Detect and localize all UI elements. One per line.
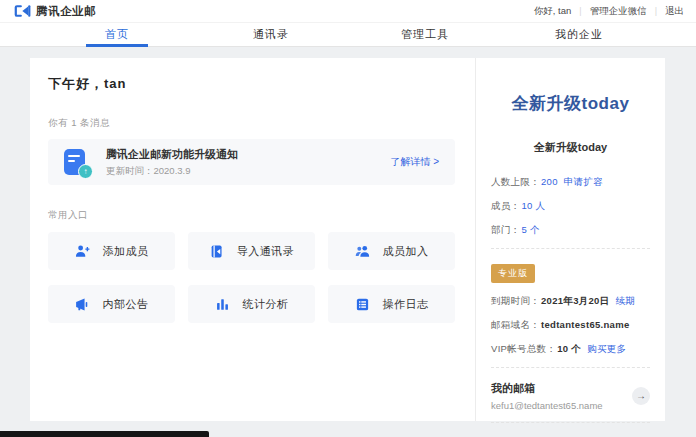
app-logo[interactable]: 腾讯企业邮 [14, 4, 96, 19]
separator: | [579, 6, 581, 16]
top-bar: 腾讯企业邮 你好, tan | 管理企业微信 | 退出 [0, 0, 696, 22]
member-limit-row: 人数上限：200申请扩容 [491, 176, 650, 189]
statistics-label: 统计分析 [243, 297, 289, 312]
plan-badge: 专业版 [491, 264, 535, 283]
member-join-button[interactable]: 成员加入 [328, 232, 455, 270]
tab-home-label: 首页 [105, 27, 129, 42]
stats-icon [215, 297, 230, 312]
upgrade-subtitle: 全新升级today [491, 140, 650, 155]
vip-count-row: VIP帐号总数：10 个购买更多 [491, 343, 650, 356]
mail-domain-value: tedtantest65.name [541, 319, 630, 330]
tab-contacts-label: 通讯录 [253, 27, 289, 42]
member-join-icon [355, 244, 370, 259]
operation-logs-label: 操作日志 [383, 297, 429, 312]
expiry-label: 到期时间： [491, 295, 540, 306]
quick-entries-label: 常用入口 [48, 209, 455, 222]
main-nav: 首页 通讯录 管理工具 我的企业 [0, 22, 696, 47]
notification-title: 腾讯企业邮新功能升级通知 [106, 147, 238, 162]
tab-my-company[interactable]: 我的企业 [502, 23, 656, 46]
vip-count-label: VIP帐号总数： [491, 343, 556, 354]
import-contacts-button[interactable]: 导入通讯录 [188, 232, 315, 270]
vip-count-value: 10 个 [557, 343, 581, 354]
upgrade-banner-title[interactable]: 全新升级today [491, 92, 650, 115]
my-mailbox-title: 我的邮箱 [491, 381, 603, 396]
app-title: 腾讯企业邮 [36, 4, 96, 19]
mail-domain-row: 邮箱域名：tedtantest65.name [491, 319, 650, 332]
department-count-label: 部门： [491, 224, 520, 235]
dashboard-card: 下午好，tan 你有 1 条消息 ↑ 腾讯企业邮新功能升级通知 更新时间：202… [30, 58, 665, 421]
content-area: 下午好，tan 你有 1 条消息 ↑ 腾讯企业邮新功能升级通知 更新时间：202… [0, 47, 696, 437]
add-member-button[interactable]: 添加成员 [48, 232, 175, 270]
renew-link[interactable]: 续期 [615, 295, 635, 306]
upgrade-arrow-badge-icon: ↑ [78, 164, 93, 179]
mail-domain-label: 邮箱域名： [491, 319, 540, 330]
tab-my-company-label: 我的企业 [555, 27, 603, 42]
user-greeting: 你好, tan [534, 5, 572, 18]
add-member-label: 添加成员 [103, 244, 149, 259]
messages-note: 你有 1 条消息 [48, 117, 455, 130]
divider [491, 422, 650, 423]
member-limit-label: 人数上限： [491, 176, 540, 187]
statistics-button[interactable]: 统计分析 [188, 285, 315, 323]
tab-admin-tools-label: 管理工具 [401, 27, 449, 42]
tab-contacts[interactable]: 通讯录 [194, 23, 348, 46]
manage-wecom-link[interactable]: 管理企业微信 [590, 5, 647, 18]
department-count-row: 部门：5 个 [491, 224, 650, 237]
main-panel: 下午好，tan 你有 1 条消息 ↑ 腾讯企业邮新功能升级通知 更新时间：202… [30, 58, 475, 421]
logout-link[interactable]: 退出 [665, 5, 684, 18]
upgrade-notice-icon: ↑ [64, 149, 91, 176]
tab-admin-tools[interactable]: 管理工具 [348, 23, 502, 46]
department-count-value: 5 个 [521, 224, 539, 235]
separator: | [655, 6, 657, 16]
member-count-row: 成员：10 人 [491, 200, 650, 213]
import-contacts-label: 导入通讯录 [237, 244, 295, 259]
my-mailbox-email: kefu1@tedtantest65.name [491, 400, 603, 411]
bottom-taskbar-fragment [0, 431, 209, 437]
add-member-icon [75, 244, 90, 259]
expiry-value: 2021年3月20日 [541, 295, 609, 306]
right-arrow-icon: → [636, 390, 646, 401]
exmail-logo-icon [14, 4, 31, 18]
open-mailbox-button[interactable]: → [632, 387, 650, 405]
notification-updated: 更新时间：2020.3.9 [106, 165, 238, 178]
my-mailbox-text: 我的邮箱 kefu1@tedtantest65.name [491, 381, 603, 411]
notification-text: 腾讯企业邮新功能升级通知 更新时间：2020.3.9 [106, 147, 238, 178]
internal-announcement-button[interactable]: 内部公告 [48, 285, 175, 323]
member-join-label: 成员加入 [383, 244, 429, 259]
learn-more-link[interactable]: 了解详情 > [390, 155, 439, 169]
page-greeting: 下午好，tan [48, 75, 455, 93]
quick-entries-grid: 添加成员 导入通讯录 [48, 232, 455, 323]
announcement-icon [75, 297, 90, 312]
import-contacts-icon [209, 244, 224, 259]
notification-item[interactable]: ↑ 腾讯企业邮新功能升级通知 更新时间：2020.3.9 了解详情 > [48, 139, 455, 185]
plan-info: 到期时间：2021年3月20日续期 邮箱域名：tedtantest65.name… [491, 295, 650, 356]
top-bar-right: 你好, tan | 管理企业微信 | 退出 [534, 5, 684, 18]
expand-capacity-link[interactable]: 申请扩容 [564, 176, 603, 187]
buy-more-link[interactable]: 购买更多 [587, 343, 626, 354]
divider [491, 248, 650, 249]
tab-home[interactable]: 首页 [40, 23, 194, 46]
divider [491, 367, 650, 368]
operation-logs-button[interactable]: 操作日志 [328, 285, 455, 323]
org-stats: 人数上限：200申请扩容 成员：10 人 部门：5 个 [491, 176, 650, 237]
expiry-row: 到期时间：2021年3月20日续期 [491, 295, 650, 308]
side-panel: 全新升级today 全新升级today 人数上限：200申请扩容 成员：10 人… [475, 58, 665, 421]
member-count-value: 10 人 [521, 200, 545, 211]
logs-icon [355, 297, 370, 312]
member-count-label: 成员： [491, 200, 520, 211]
member-limit-value: 200 [541, 176, 558, 187]
internal-announcement-label: 内部公告 [103, 297, 149, 312]
my-mailbox-block: 我的邮箱 kefu1@tedtantest65.name → [491, 381, 650, 411]
